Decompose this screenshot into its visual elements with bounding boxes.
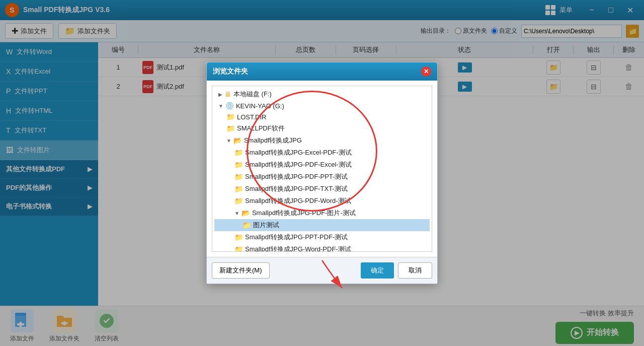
folder-icon: 📁: [234, 233, 243, 241]
folder-icon: 📁: [234, 173, 243, 181]
folder-icon: 📂: [242, 209, 250, 217]
dialog-title: 浏览文件夹: [213, 67, 248, 76]
tree-item-pdf-excel[interactable]: 📁 Smallpdf转换成JPG-PDF-Excel-测试: [214, 159, 430, 171]
folder-icon: 📁: [226, 124, 235, 132]
tree-item-f-drive[interactable]: ▶ 🖥 本地磁盘 (F:): [214, 88, 430, 100]
dialog-btn-group: 确定 取消: [361, 262, 432, 279]
folder-icon: 📁: [234, 149, 243, 157]
folder-icon: 💿: [225, 102, 234, 110]
cancel-button[interactable]: 取消: [398, 262, 432, 279]
folder-icon: 📁: [234, 245, 243, 252]
tree-label: Smallpdf转换成JPG-PDF-图片-测试: [252, 209, 356, 218]
tree-item-smallpdf-software[interactable]: 📁 SMALLPDF软件: [214, 122, 430, 134]
folder-icon: 🖥: [224, 90, 231, 98]
dialog-close-button[interactable]: ✕: [421, 66, 431, 77]
tree-label: KEVIN-YAO (G:): [236, 102, 284, 110]
dialog-body: ▶ 🖥 本地磁盘 (F:) ▼ 💿 KEVIN-YAO (G:) 📁 LOST.…: [207, 81, 437, 257]
folder-icon: 📁: [226, 113, 235, 121]
tree-label: Smallpdf转换成JPG-PPT-PDF-测试: [245, 233, 348, 242]
tree-item-pdf-ppt[interactable]: 📁 Smallpdf转换成JPG-PDF-PPT-测试: [214, 171, 430, 183]
tree-item-lost-dir[interactable]: 📁 LOST.DIR: [214, 111, 430, 122]
tree-label: LOST.DIR: [237, 113, 267, 121]
folder-icon: 📁: [234, 185, 243, 193]
tree-item-word-pdf[interactable]: 📁 Smallpdf转换成JPG-Word-PDF-测试: [214, 243, 430, 252]
tree-item-g-drive[interactable]: ▼ 💿 KEVIN-YAO (G:): [214, 100, 430, 111]
tree-item-smallpdf-jpg[interactable]: ▼ 📂 Smallpdf转换成JPG: [214, 134, 430, 147]
tree-item-pdf-image[interactable]: ▼ 📂 Smallpdf转换成JPG-PDF-图片-测试: [214, 207, 430, 219]
confirm-label: 确定: [371, 266, 384, 274]
tree-label: Smallpdf转换成JPG-Excel-PDF-测试: [245, 148, 352, 157]
new-folder-button[interactable]: 新建文件夹(M): [212, 262, 270, 279]
dialog-footer: 新建文件夹(M) 确定 取消: [207, 257, 437, 284]
tree-label: 图片测试: [253, 221, 279, 230]
dialog-overlay: 浏览文件夹 ✕ ▶ 🖥 本地磁盘 (F:) ▼ 💿 KEVIN-YAO (G:)…: [0, 0, 644, 346]
confirm-button[interactable]: 确定: [361, 262, 394, 279]
new-folder-label: 新建文件夹(M): [219, 266, 262, 274]
tree-item-pdf-txt[interactable]: 📁 Smallpdf转换成JPG-PDF-TXT-测试: [214, 183, 430, 195]
tree-label: Smallpdf转换成JPG-PDF-Excel-测试: [245, 160, 352, 169]
tree-label: Smallpdf转换成JPG-PDF-PPT-测试: [245, 172, 348, 181]
tree-label: 本地磁盘 (F:): [233, 90, 272, 99]
tree-label: Smallpdf转换成JPG: [244, 136, 302, 145]
dialog-title-bar: 浏览文件夹 ✕: [207, 62, 437, 81]
tree-label: Smallpdf转换成JPG-PDF-Word-测试: [245, 196, 351, 205]
tree-item-ppt-pdf[interactable]: 📁 Smallpdf转换成JPG-PPT-PDF-测试: [214, 231, 430, 243]
tree-item-excel-pdf[interactable]: 📁 Smallpdf转换成JPG-Excel-PDF-测试: [214, 147, 430, 159]
folder-icon: 📁: [243, 221, 251, 229]
tree-label: SMALLPDF软件: [237, 124, 285, 133]
tree-label: Smallpdf转换成JPG-Word-PDF-测试: [245, 245, 351, 252]
folder-icon: 📁: [234, 197, 243, 205]
tree-item-pdf-word[interactable]: 📁 Smallpdf转换成JPG-PDF-Word-测试: [214, 195, 430, 207]
cancel-label: 取消: [409, 266, 422, 274]
browse-folder-dialog: 浏览文件夹 ✕ ▶ 🖥 本地磁盘 (F:) ▼ 💿 KEVIN-YAO (G:)…: [206, 62, 438, 284]
folder-tree[interactable]: ▶ 🖥 本地磁盘 (F:) ▼ 💿 KEVIN-YAO (G:) 📁 LOST.…: [212, 86, 432, 252]
tree-label: Smallpdf转换成JPG-PDF-TXT-测试: [245, 184, 348, 193]
folder-icon: 📁: [234, 161, 243, 169]
folder-icon: 📂: [233, 136, 242, 145]
tree-item-image-test[interactable]: 📁 图片测试: [214, 219, 430, 231]
